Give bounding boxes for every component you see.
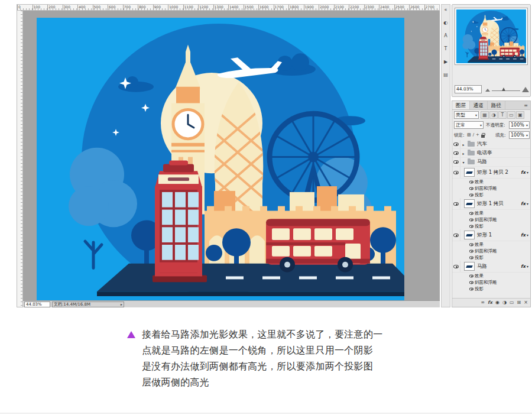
tab-layers[interactable]: 图层 [452, 101, 470, 109]
document-canvas[interactable] [37, 18, 404, 300]
blend-mode-select[interactable]: 正常 ▾ [454, 121, 484, 129]
link-layers-icon[interactable]: ∞ [481, 299, 485, 307]
layer-thumbnail[interactable] [464, 199, 475, 208]
layer-row[interactable]: 马路fx▾ [452, 261, 530, 273]
layer-thumbnail[interactable] [464, 262, 475, 271]
fx-caret-icon[interactable]: ▾ [527, 233, 528, 237]
slider-track[interactable] [492, 90, 520, 91]
layer-effect-row[interactable]: 投影 [452, 223, 530, 229]
filter-kind-select[interactable]: 类型 ▾ [454, 111, 479, 119]
expand-caret-icon[interactable]: ▾ [460, 160, 466, 164]
lock-transparency-icon[interactable]: ▨ [467, 131, 471, 139]
layer-name: 矩形 1 拷贝 [477, 200, 520, 208]
visibility-eye-icon[interactable] [468, 185, 475, 192]
lock-all-icon[interactable] [481, 133, 485, 138]
lock-pixels-icon[interactable]: ∕ [473, 131, 474, 139]
actions-panel-icon[interactable]: ▶ [442, 59, 449, 66]
zoom-in-icon[interactable] [522, 87, 529, 92]
layer-effect-row[interactable]: 效果 [452, 210, 530, 216]
zoom-level-field[interactable]: 44.03% [24, 301, 50, 307]
fill-field[interactable]: 100% ▾ [509, 131, 530, 139]
navigator-thumbnail[interactable] [455, 8, 528, 65]
visibility-eye-icon[interactable] [452, 167, 460, 178]
fx-caret-icon[interactable]: ▾ [527, 202, 528, 206]
ruler-horizontal: 0100200300400500600700800900100011001200… [17, 4, 440, 11]
color-panel-icon[interactable]: ◐ [442, 20, 449, 27]
expand-caret-icon[interactable]: ▸ [460, 142, 466, 147]
visibility-eye-icon[interactable] [468, 216, 475, 223]
visibility-eye-icon[interactable] [468, 223, 475, 229]
opacity-field[interactable]: 100% ▾ [509, 121, 530, 129]
layer-group-row[interactable]: ▸汽车 [452, 140, 530, 149]
visibility-eye-icon[interactable] [452, 158, 460, 166]
layer-thumbnail[interactable] [464, 231, 475, 239]
layer-effect-row[interactable]: 投影 [452, 192, 530, 198]
histogram-panel-icon[interactable]: ▤ [442, 72, 449, 79]
opacity-value: 100% [511, 122, 524, 128]
status-caret-icon[interactable]: ▸ [121, 302, 122, 307]
fx-caret-icon[interactable]: ▾ [527, 170, 528, 174]
adjustment-layer-icon[interactable]: ◑ [502, 299, 507, 307]
navigator-zoom-slider[interactable] [485, 85, 529, 93]
layer-effect-row[interactable]: 效果 [452, 273, 530, 279]
layer-group-row[interactable]: ▸电话亭 [452, 149, 530, 158]
new-layer-icon[interactable]: ⊞ [517, 299, 521, 307]
slider-knob[interactable] [502, 87, 505, 91]
layer-name: 电话亭 [477, 150, 530, 157]
layer-effect-row[interactable]: 斜面和浮雕 [452, 216, 530, 223]
layer-effect-row[interactable]: 投影 [452, 254, 530, 261]
visibility-eye-icon[interactable] [468, 248, 475, 254]
expand-caret-icon[interactable]: ▸ [460, 151, 466, 155]
filter-type-layers-icon[interactable]: T [498, 111, 507, 119]
fx-caret-icon[interactable]: ▾ [527, 264, 528, 268]
visibility-eye-icon[interactable] [452, 229, 460, 241]
visibility-eye-icon[interactable] [452, 198, 460, 209]
visibility-eye-icon[interactable] [468, 179, 475, 185]
filter-adjustment-layers-icon[interactable]: ◑ [489, 111, 498, 119]
layer-effect-row[interactable]: 投影 [452, 286, 530, 292]
ruler-number: 2300 [364, 5, 379, 10]
layer-style-icon[interactable]: fx [488, 299, 492, 307]
collapse-panels-icon[interactable]: « [442, 7, 449, 14]
character-panel-icon[interactable]: A [442, 33, 449, 40]
layer-effect-row[interactable]: 斜面和浮雕 [452, 248, 530, 254]
layer-effect-row[interactable]: 斜面和浮雕 [452, 279, 530, 286]
visibility-eye-icon[interactable] [452, 140, 460, 148]
visibility-eye-icon[interactable] [452, 149, 460, 157]
visibility-eye-icon[interactable] [468, 210, 475, 216]
fx-badge[interactable]: fx [521, 170, 525, 175]
tab-paths[interactable]: 路径 [488, 101, 505, 109]
layer-row[interactable]: 矩形 1fx▾ [452, 229, 530, 241]
filter-shape-layers-icon[interactable]: ▭ [507, 111, 515, 119]
ruler-number: 2700 [424, 5, 440, 10]
visibility-eye-icon[interactable] [468, 254, 475, 261]
layer-group-row[interactable]: ▾马路 [452, 158, 530, 167]
visibility-eye-icon[interactable] [468, 241, 475, 248]
lock-position-icon[interactable]: + [476, 131, 479, 139]
filter-smart-objects-icon[interactable]: ▣ [516, 111, 524, 119]
layer-row[interactable]: 矩形 1 拷贝 2fx▾ [452, 167, 530, 179]
layer-effect-row[interactable]: 效果 [452, 241, 530, 248]
visibility-eye-icon[interactable] [468, 286, 475, 292]
filter-pixel-layers-icon[interactable]: ▦ [481, 111, 489, 119]
visibility-eye-icon[interactable] [452, 261, 460, 272]
fx-badge[interactable]: fx [521, 264, 525, 269]
layer-effect-row[interactable]: 效果 [452, 179, 530, 185]
tab-channels[interactable]: 通道 [470, 101, 488, 109]
delete-layer-icon[interactable]: × [524, 299, 528, 307]
layer-mask-icon[interactable]: ◉ [495, 299, 499, 307]
fx-badge[interactable]: fx [521, 201, 525, 206]
document-size-info[interactable]: 文档:14.4M/16.8M ▸ [52, 301, 124, 307]
visibility-eye-icon[interactable] [468, 192, 475, 198]
navigator-zoom-field[interactable]: 44.03% [455, 85, 482, 93]
zoom-out-icon[interactable] [485, 89, 490, 92]
layer-row[interactable]: 矩形 1 拷贝fx▾ [452, 198, 530, 210]
layer-thumbnail[interactable] [464, 168, 475, 177]
new-group-icon[interactable]: ▭ [510, 299, 514, 307]
fx-badge[interactable]: fx [521, 232, 525, 238]
visibility-eye-icon[interactable] [468, 273, 475, 279]
paragraph-panel-icon[interactable]: T [442, 46, 449, 53]
visibility-eye-icon[interactable] [468, 279, 475, 286]
layer-effect-row[interactable]: 斜面和浮雕 [452, 185, 530, 192]
panel-menu-icon[interactable]: ≡ [521, 101, 530, 109]
